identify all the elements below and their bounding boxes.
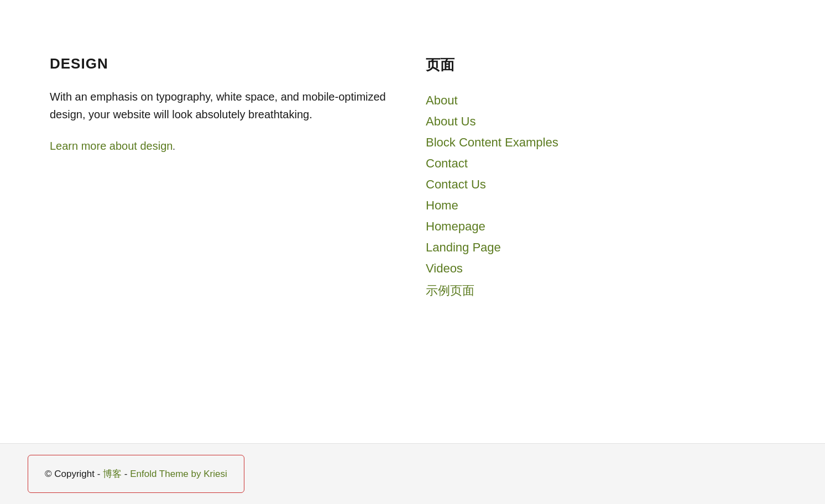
design-heading: DESIGN <box>50 55 393 72</box>
design-description: With an emphasis on typography, white sp… <box>50 88 393 123</box>
pages-heading: 页面 <box>426 55 758 75</box>
pages-nav-list: AboutAbout UsBlock Content ExamplesConta… <box>426 90 758 302</box>
learn-more-link[interactable]: Learn more about design <box>50 140 173 152</box>
nav-list-item: 示例页面 <box>426 279 758 302</box>
nav-link-1[interactable]: About Us <box>426 114 476 128</box>
nav-link-0[interactable]: About <box>426 93 458 107</box>
nav-link-5[interactable]: Home <box>426 198 458 212</box>
right-column: 页面 AboutAbout UsBlock Content ExamplesCo… <box>426 50 758 302</box>
nav-list-item: About <box>426 90 758 111</box>
footer-box: © Copyright - 博客 - Enfold Theme by Kries… <box>28 455 244 493</box>
footer-separator: - <box>122 469 130 479</box>
nav-link-4[interactable]: Contact Us <box>426 177 486 191</box>
nav-list-item: Block Content Examples <box>426 132 758 153</box>
nav-link-7[interactable]: Landing Page <box>426 240 501 254</box>
footer-bar: © Copyright - 博客 - Enfold Theme by Kries… <box>0 443 825 504</box>
nav-list-item: Home <box>426 195 758 216</box>
nav-link-8[interactable]: Videos <box>426 261 463 275</box>
nav-list-item: Contact Us <box>426 174 758 195</box>
blog-link[interactable]: 博客 <box>103 469 122 479</box>
period: . <box>173 142 175 151</box>
nav-list-item: About Us <box>426 111 758 132</box>
learn-more-paragraph: Learn more about design. <box>50 140 393 153</box>
nav-link-9[interactable]: 示例页面 <box>426 284 474 297</box>
nav-list-item: Landing Page <box>426 237 758 258</box>
nav-list-item: Homepage <box>426 216 758 237</box>
nav-link-2[interactable]: Block Content Examples <box>426 135 558 149</box>
nav-link-6[interactable]: Homepage <box>426 219 485 233</box>
nav-list-item: Videos <box>426 258 758 279</box>
main-content: DESIGN With an emphasis on typography, w… <box>0 0 825 335</box>
nav-link-3[interactable]: Contact <box>426 156 468 170</box>
left-column: DESIGN With an emphasis on typography, w… <box>50 50 393 302</box>
theme-link[interactable]: Enfold Theme by Kriesi <box>130 469 227 479</box>
copyright-text: © Copyright - <box>45 469 103 479</box>
footer-text: © Copyright - 博客 - Enfold Theme by Kries… <box>45 468 227 480</box>
nav-list-item: Contact <box>426 153 758 174</box>
